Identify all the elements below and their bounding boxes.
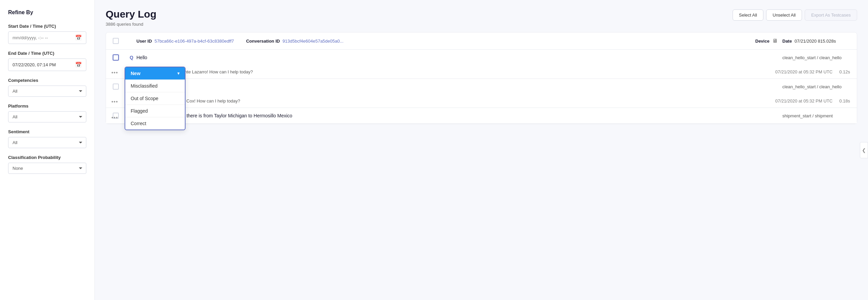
response-date-2: 07/21/2020 at 05:32 PM UTC — [775, 98, 832, 103]
row3-intent-text: shipment_start / shipment — [782, 113, 833, 118]
query-row-1: Q Hello clean_hello_start / clean_hello — [106, 50, 857, 65]
row1-message: Hello — [136, 55, 147, 60]
row2-checkbox[interactable] — [113, 84, 119, 90]
row3-query-text: ship a pallet of fast and there is from … — [136, 113, 755, 118]
dropdown-item-misclassified[interactable]: Misclassified — [125, 79, 185, 92]
header-device-col: Device 🖥 — [755, 38, 782, 44]
dropdown-item-flagged[interactable]: Flagged — [125, 105, 185, 117]
classification-label: Classification Probability — [8, 155, 86, 160]
header-checkbox-col — [113, 38, 126, 44]
start-date-input[interactable] — [13, 35, 75, 40]
start-date-calendar-icon[interactable]: 📅 — [75, 34, 82, 41]
export-testcases-button: Export As Testcases — [805, 9, 857, 21]
response-text-1: Welcome back, Vicente Lazarro! How can I… — [145, 69, 775, 74]
row1-intent-text: clean_hello_start / clean_hello — [782, 55, 842, 60]
competencies-section: Competencies All — [8, 78, 86, 97]
classification-section: Classification Probability None — [8, 155, 86, 174]
sentiment-label: Sentiment — [8, 129, 86, 134]
response-date-1: 07/21/2020 at 05:32 PM UTC — [775, 69, 832, 74]
toggle-sidebar-icon: ❮ — [862, 147, 866, 153]
platforms-label: Platforms — [8, 103, 86, 109]
toggle-sidebar-button[interactable]: ❮ — [860, 142, 868, 158]
unselect-all-button[interactable]: Unselect All — [766, 9, 802, 21]
table-wrapper: User ID 57bca66c-e106-497a-b4cf-63c8380e… — [95, 32, 868, 300]
main-content: Query Log 3886 queries found Select All … — [95, 0, 868, 300]
query-row-3: Q ship a pallet of fast and there is fro… — [106, 108, 857, 123]
row2-intent: clean_hello_start / clean_hello — [782, 84, 850, 89]
dropdown-item-correct[interactable]: Correct — [125, 117, 185, 130]
status-dropdown: New ▾ Misclassified Out of Scope Flagged — [125, 67, 186, 130]
user-id-header-value: 57bca66c-e106-497a-b4cf-63c8380edff7 — [154, 39, 234, 44]
end-date-input-wrapper[interactable]: 📅 — [8, 59, 86, 71]
dropdown-out-of-scope-label: Out of Scope — [131, 96, 158, 101]
sentiment-select[interactable]: All — [8, 137, 86, 148]
row1-query-text: Hello — [136, 55, 755, 60]
header-actions: Select All Unselect All Export As Testca… — [733, 9, 857, 21]
start-date-label: Start Date / Time (UTC) — [8, 24, 86, 29]
header-message-col: User ID 57bca66c-e106-497a-b4cf-63c8380e… — [136, 38, 755, 44]
row1-checkbox-col — [113, 54, 126, 61]
query-row-2: Q clean_hello_start / clean_hello — [106, 79, 857, 94]
end-date-calendar-icon[interactable]: 📅 — [75, 62, 82, 68]
row2-more-menu[interactable]: ••• — [111, 99, 118, 105]
row2-intent-text: clean_hello_start / clean_hello — [782, 84, 842, 89]
device-header-label: Device — [755, 39, 769, 44]
platforms-section: Platforms All — [8, 103, 86, 122]
page-title: Query Log — [106, 8, 156, 20]
query-row-group-3: Q ship a pallet of fast and there is fro… — [106, 108, 857, 124]
query-count: 3886 queries found — [106, 22, 156, 27]
query-table: User ID 57bca66c-e106-497a-b4cf-63c8380e… — [106, 32, 857, 124]
date-header-label: Date — [782, 39, 792, 44]
row1-checkbox[interactable] — [113, 54, 119, 61]
platforms-select[interactable]: All — [8, 111, 86, 122]
row1-more-menu[interactable]: ••• — [111, 70, 118, 76]
query-row-group-1: Q Hello clean_hello_start / clean_hello — [106, 50, 857, 79]
end-date-input[interactable] — [13, 62, 75, 67]
row3-intent: shipment_start / shipment — [782, 113, 850, 118]
sidebar: Refine By Start Date / Time (UTC) 📅 End … — [0, 0, 95, 300]
start-date-section: Start Date / Time (UTC) 📅 — [8, 24, 86, 44]
dropdown-item-out-of-scope[interactable]: Out of Scope — [125, 92, 185, 105]
response-time-1: 0.12s — [839, 69, 850, 74]
sidebar-title: Refine By — [8, 9, 86, 16]
classification-select[interactable]: None — [8, 163, 86, 174]
end-date-label: End Date / Time (UTC) — [8, 51, 86, 56]
response-row-2: ↩ Welcome back, Sam Cox! How can I help … — [106, 94, 857, 108]
response-text-2: Welcome back, Sam Cox! How can I help to… — [145, 98, 775, 103]
row2-checkbox-col — [113, 84, 126, 90]
row3-more-menu[interactable]: ••• — [111, 115, 118, 121]
dropdown-correct-label: Correct — [131, 121, 146, 126]
response-time-2: 0.18s — [839, 98, 850, 103]
user-id-header-label: User ID — [136, 39, 152, 44]
select-all-button[interactable]: Select All — [733, 9, 763, 21]
dropdown-misclassified-label: Misclassified — [131, 83, 157, 89]
row1-q-col: Q — [126, 55, 136, 60]
row1-intent: clean_hello_start / clean_hello — [782, 55, 850, 60]
table-header-row: User ID 57bca66c-e106-497a-b4cf-63c8380e… — [106, 32, 857, 50]
header-date-col: Date 07/21/2020 815.028s — [782, 38, 850, 44]
competencies-label: Competencies — [8, 78, 86, 83]
response-row-1: ↩ Welcome back, Vicente Lazarro! How can… — [106, 65, 857, 78]
main-header: Query Log 3886 queries found Select All … — [95, 0, 868, 32]
dropdown-flagged-label: Flagged — [131, 108, 148, 114]
dropdown-new-chevron: ▾ — [177, 71, 179, 76]
row1-q-label: Q — [130, 55, 133, 60]
conversation-id-header-label: Conversation ID — [246, 39, 280, 44]
competencies-select[interactable]: All — [8, 86, 86, 97]
header-left: Query Log 3886 queries found — [106, 8, 156, 27]
device-icon: 🖥 — [772, 38, 778, 44]
start-date-input-wrapper[interactable]: 📅 — [8, 31, 86, 44]
query-row-group-2: Q clean_hello_start / clean_hello ↩ Welc… — [106, 79, 857, 108]
end-date-section: End Date / Time (UTC) 📅 — [8, 51, 86, 71]
dropdown-item-new[interactable]: New ▾ — [125, 67, 185, 79]
date-header-value: 07/21/2020 815.028s — [795, 39, 836, 44]
dropdown-new-label: New — [131, 71, 140, 76]
conversation-id-header-value: 913d5bcf4e604e57a5de05a0... — [283, 39, 344, 44]
sentiment-section: Sentiment All — [8, 129, 86, 148]
select-all-checkbox[interactable] — [113, 38, 119, 44]
